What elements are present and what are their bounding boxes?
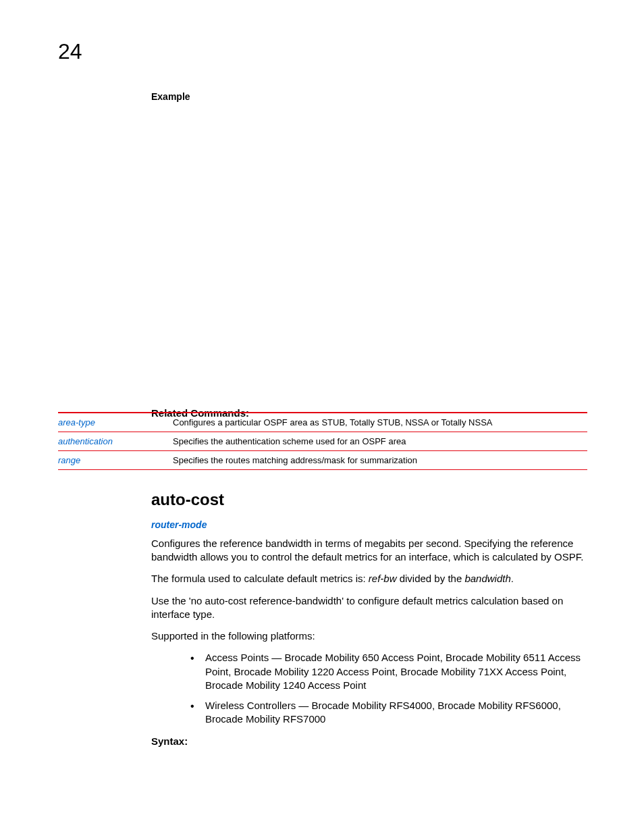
related-desc: Specifies the routes matching address/ma… <box>173 451 587 470</box>
text: divided by the <box>397 573 465 584</box>
page-number: 24 <box>58 39 82 64</box>
related-desc: Configures a particular OSPF area as STU… <box>173 413 587 432</box>
table-row: range Specifies the routes matching addr… <box>58 451 587 470</box>
example-heading: Example <box>151 91 590 102</box>
italic-text: ref-bw <box>369 573 397 584</box>
paragraph: The formula used to calculate default me… <box>151 572 590 585</box>
table-row: authentication Specifies the authenticat… <box>58 432 587 451</box>
paragraph: Configures the reference bandwidth in te… <box>151 537 590 565</box>
list-item: Access Points — Brocade Mobility 650 Acc… <box>190 651 590 692</box>
table-row: area-type Configures a particular OSPF a… <box>58 413 587 432</box>
related-commands-table: area-type Configures a particular OSPF a… <box>58 412 587 470</box>
related-link-range[interactable]: range <box>58 451 173 470</box>
related-link-authentication[interactable]: authentication <box>58 432 173 451</box>
router-mode-link[interactable]: router-mode <box>151 519 590 531</box>
auto-cost-content: router-mode Configures the reference ban… <box>151 519 590 748</box>
platform-list: Access Points — Brocade Mobility 650 Acc… <box>151 651 590 726</box>
upper-content: Example Related Commands: <box>151 91 590 419</box>
supported-label: Supported in the following platforms: <box>151 629 590 643</box>
related-link-area-type[interactable]: area-type <box>58 413 173 432</box>
text: The formula used to calculate default me… <box>151 573 369 584</box>
paragraph: Use the 'no auto-cost reference-bandwidt… <box>151 594 590 622</box>
list-item: Wireless Controllers — Brocade Mobility … <box>190 699 590 727</box>
italic-text: bandwidth <box>464 573 510 584</box>
section-title-auto-cost: auto-cost <box>151 490 224 509</box>
syntax-heading: Syntax: <box>151 735 590 748</box>
text: . <box>511 573 514 584</box>
related-desc: Specifies the authentication scheme used… <box>173 432 587 451</box>
